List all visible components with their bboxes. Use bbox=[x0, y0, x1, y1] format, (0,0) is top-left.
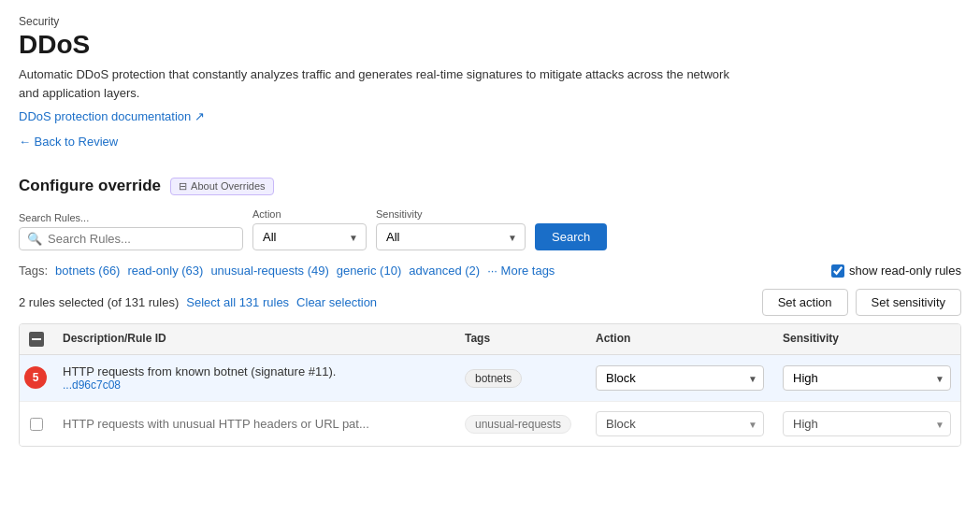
table-row: 5 HTTP requests from known botnet (signa… bbox=[20, 355, 960, 402]
row1-circle-indicator: 5 bbox=[24, 366, 47, 389]
row1-sensitivity-select-wrapper: Low Medium High ▼ bbox=[783, 365, 951, 391]
search-input[interactable] bbox=[48, 232, 235, 246]
row1-action-select-wrapper: Block Challenge Allow Log ▼ bbox=[596, 365, 764, 391]
row2-action-select[interactable]: Block Challenge Allow Log bbox=[597, 412, 699, 435]
tag-unusual-requests[interactable]: unusual-requests (49) bbox=[210, 264, 328, 278]
row2-tags-cell: unusual-requests bbox=[455, 415, 586, 434]
rules-table: Description/Rule ID Tags Action Sensitiv… bbox=[19, 323, 961, 447]
row1-sensitivity-arrow: ▼ bbox=[935, 373, 944, 383]
clear-selection-link[interactable]: Clear selection bbox=[296, 295, 377, 309]
set-sensitivity-button[interactable]: Set sensitivity bbox=[856, 289, 961, 316]
row2-sensitivity-select-wrapper: Low Medium High ▼ bbox=[783, 411, 951, 436]
row1-description-cell: HTTP requests from known botnet (signatu… bbox=[53, 364, 455, 392]
search-button[interactable]: Search bbox=[535, 223, 607, 250]
tag-generic[interactable]: generic (10) bbox=[337, 264, 401, 278]
row1-action-cell: Block Challenge Allow Log ▼ bbox=[586, 365, 773, 391]
security-label: Security bbox=[19, 15, 961, 28]
row1-sensitivity-cell: Low Medium High ▼ bbox=[773, 365, 960, 391]
header-description: Description/Rule ID bbox=[53, 332, 455, 347]
set-action-button[interactable]: Set action bbox=[762, 289, 848, 316]
row2-sensitivity-select[interactable]: Low Medium High bbox=[784, 412, 886, 435]
doc-link-text: DDoS protection documentation bbox=[19, 109, 191, 123]
row2-action-select-wrapper: Block Challenge Allow Log ▼ bbox=[596, 411, 764, 436]
tags-label: Tags: bbox=[19, 264, 48, 278]
sensitivity-select-arrow: ▼ bbox=[508, 232, 517, 242]
row2-checkbox-cell bbox=[20, 418, 53, 431]
action-select[interactable]: All Block Challenge Allow Log bbox=[253, 224, 366, 250]
row2-checkbox[interactable] bbox=[30, 418, 43, 431]
doc-link[interactable]: DDoS protection documentation ↗ bbox=[19, 109, 205, 123]
row1-indicator-wrapper: 5 bbox=[30, 372, 43, 385]
search-icon: 🔍 bbox=[27, 232, 42, 246]
row1-tag-badge: botnets bbox=[465, 369, 522, 388]
row1-rule-id: ...d96c7c08 bbox=[63, 378, 446, 392]
row2-action-cell: Block Challenge Allow Log ▼ bbox=[586, 411, 773, 436]
sensitivity-filter-label: Sensitivity bbox=[376, 208, 526, 220]
row2-description-cell: HTTP requests with unusual HTTP headers … bbox=[53, 417, 455, 431]
configure-override-title: Configure override bbox=[19, 177, 161, 195]
select-all-link[interactable]: Select all 131 rules bbox=[186, 295, 289, 309]
row2-action-arrow: ▼ bbox=[748, 419, 757, 429]
header-action: Action bbox=[586, 332, 773, 347]
back-to-review-link[interactable]: ← Back to Review bbox=[19, 135, 118, 149]
row2-sensitivity-arrow: ▼ bbox=[935, 419, 944, 429]
more-tags-link[interactable]: ··· More tags bbox=[487, 264, 555, 278]
external-link-icon: ↗ bbox=[195, 109, 205, 123]
action-select-wrapper: All Block Challenge Allow Log ▼ bbox=[252, 223, 367, 250]
row1-action-select[interactable]: Block Challenge Allow Log bbox=[597, 366, 699, 390]
header-minus-icon[interactable] bbox=[29, 332, 44, 347]
row2-sensitivity-cell: Low Medium High ▼ bbox=[773, 411, 960, 436]
search-input-wrapper: 🔍 bbox=[19, 227, 243, 250]
header-sensitivity: Sensitivity bbox=[773, 332, 960, 347]
page-title: DDoS bbox=[19, 30, 961, 60]
search-rules-label: Search Rules... bbox=[19, 212, 243, 223]
row1-tags-cell: botnets bbox=[455, 369, 586, 388]
row1-action-arrow: ▼ bbox=[748, 373, 757, 383]
table-header: Description/Rule ID Tags Action Sensitiv… bbox=[20, 324, 960, 355]
rules-selected-count: 2 rules selected (of 131 rules) bbox=[19, 295, 179, 309]
about-overrides-label: About Overrides bbox=[191, 180, 265, 192]
header-tags: Tags bbox=[455, 332, 586, 347]
about-overrides-button[interactable]: ⊟ About Overrides bbox=[170, 178, 273, 195]
row1-checkbox-cell: 5 bbox=[20, 372, 53, 385]
tag-botnets[interactable]: botnets (66) bbox=[55, 264, 120, 278]
page-description: Automatic DDoS protection that constantl… bbox=[19, 65, 748, 102]
back-link-text: ← Back to Review bbox=[19, 135, 118, 149]
show-readonly-checkbox[interactable] bbox=[831, 264, 844, 278]
table-row: HTTP requests with unusual HTTP headers … bbox=[20, 402, 960, 446]
row1-sensitivity-select[interactable]: Low Medium High bbox=[784, 366, 886, 390]
show-readonly-label[interactable]: show read-only rules bbox=[831, 264, 961, 278]
row1-description: HTTP requests from known botnet (signatu… bbox=[63, 364, 446, 378]
about-overrides-icon: ⊟ bbox=[179, 180, 187, 193]
show-readonly-text: show read-only rules bbox=[849, 264, 961, 278]
header-checkbox-col bbox=[20, 332, 53, 347]
sensitivity-select-wrapper: All Low Medium High ▼ bbox=[376, 223, 526, 250]
row2-tag-badge: unusual-requests bbox=[465, 415, 571, 434]
tag-read-only[interactable]: read-only (63) bbox=[127, 264, 203, 278]
action-filter-label: Action bbox=[252, 208, 367, 220]
tag-advanced[interactable]: advanced (2) bbox=[409, 264, 480, 278]
row2-description: HTTP requests with unusual HTTP headers … bbox=[63, 417, 446, 431]
sensitivity-select[interactable]: All Low Medium High bbox=[377, 224, 489, 250]
